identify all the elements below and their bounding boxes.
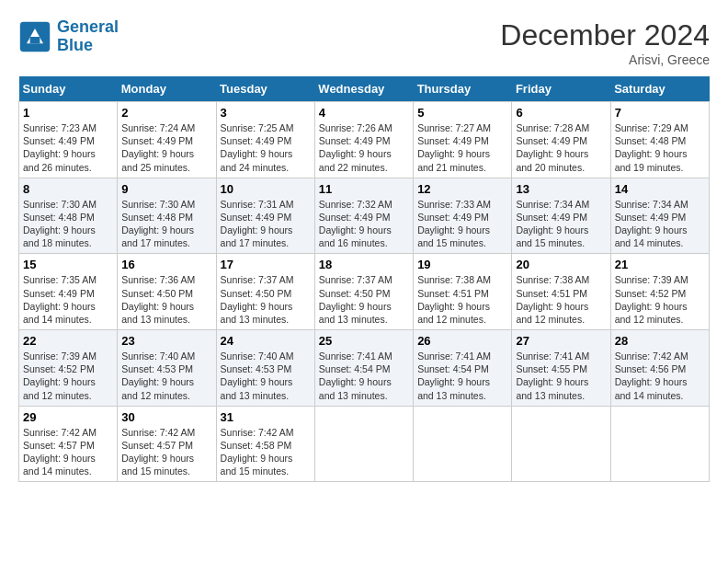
calendar-cell: 24Sunrise: 7:40 AM Sunset: 4:53 PM Dayli… [216,330,314,407]
day-number: 27 [516,334,606,348]
day-number: 12 [417,182,507,196]
day-number: 23 [121,334,211,348]
weekday-header: Tuesday [216,76,314,102]
cell-sun-info: Sunrise: 7:38 AM Sunset: 4:51 PM Dayligh… [516,273,606,326]
weekday-header: Saturday [610,76,709,102]
calendar-cell: 7Sunrise: 7:29 AM Sunset: 4:48 PM Daylig… [610,102,709,178]
weekday-header: Monday [118,76,216,102]
calendar-table: SundayMondayTuesdayWednesdayThursdayFrid… [18,76,710,482]
cell-sun-info: Sunrise: 7:27 AM Sunset: 4:49 PM Dayligh… [417,121,507,174]
cell-sun-info: Sunrise: 7:24 AM Sunset: 4:49 PM Dayligh… [121,121,211,174]
cell-sun-info: Sunrise: 7:42 AM Sunset: 4:58 PM Dayligh… [221,426,311,478]
day-number: 6 [516,106,606,120]
day-number: 26 [417,334,507,348]
day-number: 31 [221,410,311,424]
day-number: 7 [615,106,705,120]
calendar-week-row: 15Sunrise: 7:35 AM Sunset: 4:49 PM Dayli… [19,254,710,330]
calendar-cell: 25Sunrise: 7:41 AM Sunset: 4:54 PM Dayli… [314,330,413,407]
weekday-header: Thursday [414,76,512,102]
day-number: 18 [319,258,409,271]
cell-sun-info: Sunrise: 7:41 AM Sunset: 4:54 PM Dayligh… [319,350,409,402]
calendar-cell: 27Sunrise: 7:41 AM Sunset: 4:55 PM Dayli… [512,330,610,407]
cell-sun-info: Sunrise: 7:28 AM Sunset: 4:49 PM Dayligh… [516,121,606,174]
cell-sun-info: Sunrise: 7:33 AM Sunset: 4:49 PM Dayligh… [417,198,507,250]
day-number: 16 [121,258,211,271]
calendar-cell: 10Sunrise: 7:31 AM Sunset: 4:49 PM Dayli… [216,178,314,254]
calendar-cell [610,406,709,482]
cell-sun-info: Sunrise: 7:25 AM Sunset: 4:49 PM Dayligh… [221,121,311,174]
day-number: 24 [221,334,311,348]
cell-sun-info: Sunrise: 7:34 AM Sunset: 4:49 PM Dayligh… [615,198,705,250]
cell-sun-info: Sunrise: 7:38 AM Sunset: 4:51 PM Dayligh… [417,273,507,326]
month-title: December 2024 [500,18,710,52]
cell-sun-info: Sunrise: 7:42 AM Sunset: 4:57 PM Dayligh… [121,426,211,478]
cell-sun-info: Sunrise: 7:42 AM Sunset: 4:57 PM Dayligh… [23,426,113,478]
cell-sun-info: Sunrise: 7:30 AM Sunset: 4:48 PM Dayligh… [23,198,113,250]
cell-sun-info: Sunrise: 7:37 AM Sunset: 4:50 PM Dayligh… [319,273,409,326]
day-number: 1 [23,106,113,120]
weekday-header: Sunday [19,76,118,102]
cell-sun-info: Sunrise: 7:29 AM Sunset: 4:48 PM Dayligh… [615,121,705,174]
cell-sun-info: Sunrise: 7:32 AM Sunset: 4:49 PM Dayligh… [319,198,409,250]
logo: General Blue [18,18,119,55]
calendar-cell: 31Sunrise: 7:42 AM Sunset: 4:58 PM Dayli… [216,406,314,482]
calendar-cell: 29Sunrise: 7:42 AM Sunset: 4:57 PM Dayli… [19,406,118,482]
calendar-cell: 23Sunrise: 7:40 AM Sunset: 4:53 PM Dayli… [118,330,216,407]
day-number: 17 [221,258,311,271]
calendar-cell: 30Sunrise: 7:42 AM Sunset: 4:57 PM Dayli… [118,406,216,482]
calendar-week-row: 22Sunrise: 7:39 AM Sunset: 4:52 PM Dayli… [19,330,710,407]
logo-icon [18,20,51,53]
calendar-cell: 18Sunrise: 7:37 AM Sunset: 4:50 PM Dayli… [314,254,413,330]
day-number: 30 [121,410,211,424]
day-number: 8 [23,182,113,196]
calendar-cell: 22Sunrise: 7:39 AM Sunset: 4:52 PM Dayli… [19,330,118,407]
calendar-cell: 26Sunrise: 7:41 AM Sunset: 4:54 PM Dayli… [414,330,512,407]
calendar-cell: 11Sunrise: 7:32 AM Sunset: 4:49 PM Dayli… [314,178,413,254]
calendar-cell: 8Sunrise: 7:30 AM Sunset: 4:48 PM Daylig… [19,178,118,254]
cell-sun-info: Sunrise: 7:35 AM Sunset: 4:49 PM Dayligh… [23,273,113,326]
svg-rect-2 [30,37,40,43]
cell-sun-info: Sunrise: 7:26 AM Sunset: 4:49 PM Dayligh… [319,121,409,174]
location: Arisvi, Greece [500,52,710,67]
calendar-week-row: 1Sunrise: 7:23 AM Sunset: 4:49 PM Daylig… [19,102,710,178]
day-number: 4 [319,106,409,120]
calendar-cell: 4Sunrise: 7:26 AM Sunset: 4:49 PM Daylig… [314,102,413,178]
logo-line2: Blue [57,36,93,54]
calendar-cell: 28Sunrise: 7:42 AM Sunset: 4:56 PM Dayli… [610,330,709,407]
day-number: 14 [615,182,705,196]
calendar-cell: 5Sunrise: 7:27 AM Sunset: 4:49 PM Daylig… [414,102,512,178]
calendar-cell: 9Sunrise: 7:30 AM Sunset: 4:48 PM Daylig… [118,178,216,254]
calendar-cell [314,406,413,482]
day-number: 21 [615,258,705,271]
cell-sun-info: Sunrise: 7:23 AM Sunset: 4:49 PM Dayligh… [23,121,113,174]
cell-sun-info: Sunrise: 7:30 AM Sunset: 4:48 PM Dayligh… [121,198,211,250]
calendar-week-row: 8Sunrise: 7:30 AM Sunset: 4:48 PM Daylig… [19,178,710,254]
calendar-cell: 12Sunrise: 7:33 AM Sunset: 4:49 PM Dayli… [414,178,512,254]
calendar-cell: 13Sunrise: 7:34 AM Sunset: 4:49 PM Dayli… [512,178,610,254]
cell-sun-info: Sunrise: 7:42 AM Sunset: 4:56 PM Dayligh… [615,350,705,402]
cell-sun-info: Sunrise: 7:31 AM Sunset: 4:49 PM Dayligh… [221,198,311,250]
title-block: December 2024 Arisvi, Greece [500,18,710,67]
cell-sun-info: Sunrise: 7:34 AM Sunset: 4:49 PM Dayligh… [516,198,606,250]
day-number: 25 [319,334,409,348]
day-number: 5 [417,106,507,120]
cell-sun-info: Sunrise: 7:40 AM Sunset: 4:53 PM Dayligh… [121,350,211,402]
weekday-header-row: SundayMondayTuesdayWednesdayThursdayFrid… [19,76,710,102]
cell-sun-info: Sunrise: 7:37 AM Sunset: 4:50 PM Dayligh… [221,273,311,326]
cell-sun-info: Sunrise: 7:36 AM Sunset: 4:50 PM Dayligh… [121,273,211,326]
day-number: 13 [516,182,606,196]
calendar-cell [414,406,512,482]
calendar-cell: 19Sunrise: 7:38 AM Sunset: 4:51 PM Dayli… [414,254,512,330]
calendar-cell [512,406,610,482]
day-number: 3 [221,106,311,120]
calendar-cell: 16Sunrise: 7:36 AM Sunset: 4:50 PM Dayli… [118,254,216,330]
cell-sun-info: Sunrise: 7:41 AM Sunset: 4:54 PM Dayligh… [417,350,507,402]
calendar-cell: 14Sunrise: 7:34 AM Sunset: 4:49 PM Dayli… [610,178,709,254]
day-number: 9 [121,182,211,196]
logo-line1: General [57,17,119,36]
page-header: General Blue December 2024 Arisvi, Greec… [18,18,710,67]
calendar-cell: 3Sunrise: 7:25 AM Sunset: 4:49 PM Daylig… [216,102,314,178]
cell-sun-info: Sunrise: 7:39 AM Sunset: 4:52 PM Dayligh… [23,350,113,402]
day-number: 28 [615,334,705,348]
calendar-cell: 17Sunrise: 7:37 AM Sunset: 4:50 PM Dayli… [216,254,314,330]
